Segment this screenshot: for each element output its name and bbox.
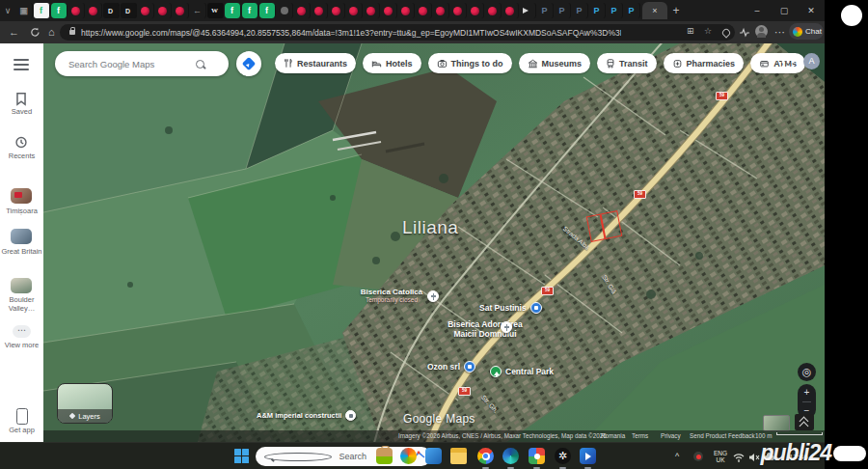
- google-apps-grid-icon[interactable]: [782, 56, 784, 58]
- split-screen-icon[interactable]: ⊞: [687, 26, 694, 36]
- feedback-link[interactable]: Send Product Feedback: [690, 432, 755, 439]
- chip-transit[interactable]: Transit: [597, 53, 657, 73]
- directions-button[interactable]: [236, 51, 261, 76]
- tab-favicon-fiverr-light[interactable]: [34, 3, 50, 18]
- url-text[interactable]: https://www.google.com/maps/@45.6364994,…: [81, 28, 621, 38]
- app-icon-blue[interactable]: [425, 448, 442, 464]
- imagery-preview-tile[interactable]: [763, 415, 790, 431]
- minimize-button[interactable]: –: [744, 6, 771, 15]
- language-switcher[interactable]: ENGUK: [714, 450, 727, 463]
- back-icon[interactable]: ←: [9, 25, 19, 39]
- wifi-icon[interactable]: [733, 453, 745, 462]
- chip-restaurants[interactable]: Restaurants: [275, 53, 356, 73]
- my-location-button[interactable]: ◎: [798, 363, 816, 381]
- tab-favicon-paypal[interactable]: [624, 3, 640, 18]
- tab-favicon-back[interactable]: [190, 3, 206, 18]
- get-app-phone-icon[interactable]: [16, 408, 28, 425]
- tab-favicon-red[interactable]: [173, 3, 189, 18]
- tab-favicon-red[interactable]: [433, 3, 449, 18]
- address-bar[interactable]: https://www.google.com/maps/@45.6364994,…: [60, 24, 735, 41]
- place-thumbnail-boulder-valley[interactable]: [11, 278, 32, 293]
- shop-icon[interactable]: [464, 361, 475, 372]
- close-button[interactable]: ✕: [798, 6, 825, 15]
- tab-search-chevron-icon[interactable]: ∨: [0, 6, 15, 15]
- tab-favicon-paypal-dim[interactable]: [572, 3, 588, 18]
- search-icon[interactable]: [196, 60, 204, 69]
- copilot-chat-button[interactable]: Chat: [789, 23, 824, 40]
- start-button[interactable]: [234, 449, 249, 463]
- poi-central-park[interactable]: Central Park: [490, 366, 554, 377]
- tab-favicon-fiverr[interactable]: [225, 3, 241, 18]
- tab-favicon-fiverr[interactable]: [242, 3, 258, 18]
- tray-recording-icon[interactable]: [693, 452, 703, 461]
- sidebar-place-2[interactable]: Great Britain: [0, 247, 43, 256]
- town-label[interactable]: Liliana: [402, 217, 458, 238]
- maps-search-input[interactable]: [67, 58, 196, 70]
- tab-favicon-red[interactable]: [312, 3, 328, 18]
- location-pin-icon[interactable]: [720, 27, 731, 38]
- app-icon-edge[interactable]: [502, 448, 519, 464]
- browser-profile-avatar[interactable]: [755, 25, 768, 38]
- zoom-in-button[interactable]: +: [804, 386, 810, 399]
- app-icon-media-player[interactable]: [580, 448, 596, 464]
- tab-favicon-red[interactable]: [450, 3, 467, 18]
- tab-favicon-paypal[interactable]: [607, 3, 623, 18]
- app-icon-chrome[interactable]: [477, 448, 494, 464]
- tab-favicon-paypal-dim[interactable]: [537, 3, 554, 18]
- poi-am-imperial[interactable]: A&M imperial constructii: [257, 410, 356, 421]
- tab-favicon-docs[interactable]: [121, 3, 137, 18]
- sidebar-item-saved[interactable]: Saved: [0, 107, 43, 116]
- sidebar-place-1[interactable]: Timișoara: [0, 207, 43, 215]
- active-tab[interactable]: ×: [642, 2, 667, 19]
- poi-biserica-catolica[interactable]: Biserica Catolica Temporarily closed: [350, 288, 433, 303]
- tab-favicon-fiverr[interactable]: [51, 3, 68, 18]
- tab-favicon-fiverr[interactable]: [259, 3, 276, 18]
- refresh-icon[interactable]: [30, 27, 41, 38]
- layers-button[interactable]: Layers: [57, 383, 113, 424]
- poi-ozon-srl[interactable]: Ozon srl: [427, 361, 475, 372]
- volume-muted-icon[interactable]: [748, 453, 760, 462]
- collapse-controls-button[interactable]: [795, 414, 814, 430]
- account-avatar[interactable]: A: [803, 53, 820, 69]
- sidebar-get-app[interactable]: Get app: [0, 426, 43, 434]
- recents-history-icon[interactable]: [14, 135, 28, 150]
- church-icon[interactable]: [501, 321, 512, 333]
- view-more-icon[interactable]: ⋯: [13, 325, 31, 338]
- tab-favicon-red[interactable]: [294, 3, 311, 18]
- poi-sat-pustinis[interactable]: Sat Pustinis: [479, 302, 542, 314]
- tab-favicon-red[interactable]: [155, 3, 172, 18]
- tab-favicon-docs[interactable]: [103, 3, 120, 18]
- chip-hotels[interactable]: Hotels: [363, 53, 421, 73]
- tab-favicon-speaker[interactable]: [520, 3, 536, 18]
- maximize-button[interactable]: ▢: [771, 6, 798, 15]
- app-icon-chatgpt[interactable]: ✲: [555, 448, 571, 464]
- tab-favicon-red[interactable]: [381, 3, 397, 18]
- tab-favicon-red[interactable]: [398, 3, 415, 18]
- business-icon[interactable]: [345, 410, 356, 421]
- tab-favicon-red[interactable]: [485, 3, 502, 18]
- menu-icon[interactable]: [14, 59, 29, 70]
- place-thumbnail-timisoara[interactable]: [11, 188, 32, 204]
- app-icon-store[interactable]: [376, 448, 393, 464]
- tray-chevron-icon[interactable]: ^: [675, 452, 679, 461]
- app-icon-photos[interactable]: [529, 448, 545, 464]
- sidebar-view-more[interactable]: View more: [0, 341, 43, 349]
- tab-favicon-red[interactable]: [68, 3, 85, 18]
- settings-more-icon[interactable]: ⋯: [774, 25, 785, 39]
- chip-atms[interactable]: ATMs: [750, 53, 805, 73]
- saved-bookmark-icon[interactable]: [14, 92, 28, 106]
- tab-favicon-red[interactable]: [364, 3, 380, 18]
- app-icon-copilot[interactable]: [400, 448, 417, 464]
- tab-favicon-paypal-dim[interactable]: [555, 3, 571, 18]
- satellite-imagery[interactable]: [43, 43, 825, 442]
- tab-favicon-wiki[interactable]: [207, 3, 224, 18]
- poi-biserica-adormirea[interactable]: Biserica Adormirea Maicii Domnului: [433, 319, 537, 339]
- sidebar-place-3[interactable]: Boulder Valley…: [0, 295, 43, 313]
- favorite-star-icon[interactable]: ☆: [704, 26, 712, 36]
- chip-museums[interactable]: Museums: [519, 53, 591, 73]
- tab-favicon-paypal[interactable]: [589, 3, 606, 18]
- tab-favicon-dim[interactable]: [277, 3, 293, 18]
- home-icon[interactable]: ⌂: [48, 25, 55, 39]
- tab-favicon-red[interactable]: [346, 3, 363, 18]
- tab-favicon-red[interactable]: [416, 3, 432, 18]
